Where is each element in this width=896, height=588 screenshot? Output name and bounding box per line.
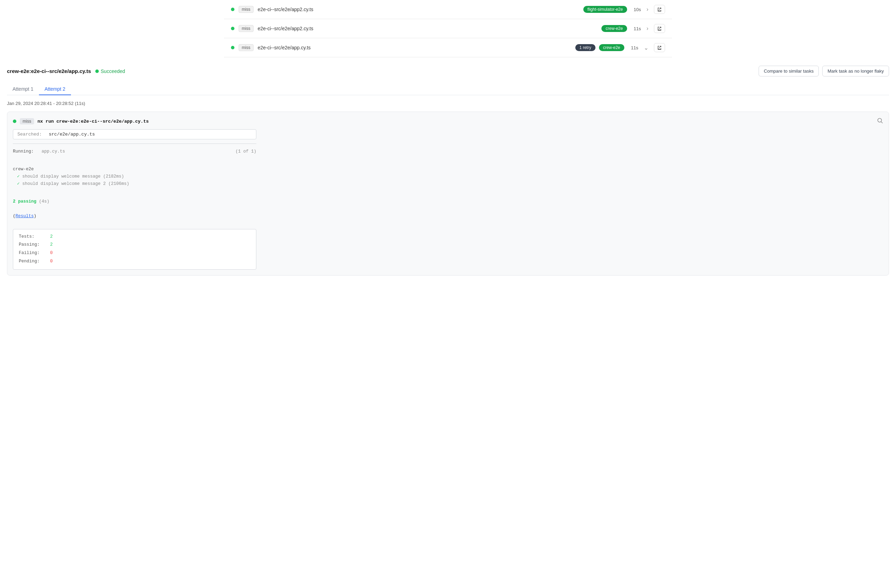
detail-title: crew-e2e:e2e-ci--src/e2e/app.cy.ts [7, 68, 91, 74]
log-header-left: miss nx run crew-e2e:e2e-ci--src/e2e/app… [13, 118, 149, 125]
timestamp: Jan 29, 2024 20:28:41 - 20:28:52 (11s) [7, 101, 889, 106]
search-label: Searched: [17, 132, 42, 137]
log-body: Running: app.cy.ts (1 of 1) crew-e2e ✓ s… [13, 148, 883, 270]
detail-title-group: crew-e2e:e2e-ci--src/e2e/app.cy.ts Succe… [7, 68, 125, 74]
results-link[interactable]: Results [16, 214, 34, 219]
log-check-line-1: ✓ should display welcome message (2182ms… [13, 173, 883, 180]
checkmark-1: ✓ [17, 174, 20, 179]
external-link-button[interactable] [654, 24, 665, 33]
log-check-line-2: ✓ should display welcome message 2 (2106… [13, 180, 883, 188]
log-count: (1 of 1) [235, 148, 256, 155]
search-bar: Searched: src/e2e/app.cy.ts [13, 129, 256, 139]
results-val-tests: 2 [50, 233, 53, 241]
log-results-wrapper: (Results) [13, 213, 883, 220]
duration: 11s [628, 45, 638, 50]
search-value: src/e2e/app.cy.ts [49, 132, 95, 137]
svg-point-0 [878, 119, 882, 122]
check-text-2: should display welcome message 2 (2106ms… [22, 181, 130, 186]
log-status-dot [13, 120, 16, 123]
results-label-failing: Failing: [19, 249, 50, 258]
tag-label: crew-e2e [601, 25, 627, 32]
miss-badge: miss [239, 44, 254, 51]
task-name: e2e-ci--src/e2e/app2.cy.ts [258, 7, 583, 12]
svg-line-1 [881, 122, 883, 123]
chevron-right-button[interactable]: › [645, 25, 651, 32]
task-row: miss e2e-ci--src/e2e/app2.cy.ts crew-e2e… [224, 19, 672, 38]
detail-panel: crew-e2e:e2e-ci--src/e2e/app.cy.ts Succe… [0, 57, 896, 276]
log-suite-name: crew-e2e [13, 166, 883, 173]
results-paren-open: ( [13, 214, 16, 219]
results-paren-close: ) [34, 214, 37, 219]
search-icon [877, 117, 883, 124]
duration: 11s [631, 26, 641, 31]
task-list: miss e2e-ci--src/e2e/app2.cy.ts flight-s… [224, 0, 672, 57]
succeeded-label: Succeeded [101, 68, 125, 74]
tag-label: flight-simulator-e2e [583, 6, 627, 13]
passing-text: 2 passing [13, 199, 37, 204]
tab-attempt-1[interactable]: Attempt 1 [7, 84, 39, 95]
log-search-button[interactable] [877, 117, 883, 125]
tab-attempt-2[interactable]: Attempt 2 [39, 84, 71, 95]
external-link-icon [657, 45, 662, 50]
chevron-right-button[interactable]: › [645, 6, 651, 13]
log-running-line: Running: app.cy.ts (1 of 1) [13, 148, 256, 155]
results-label-tests: Tests: [19, 233, 50, 241]
mark-no-longer-flaky-button[interactable]: Mark task as no longer flaky [822, 66, 889, 76]
check-text-1: should display welcome message (2182ms) [22, 174, 124, 179]
log-header: miss nx run crew-e2e:e2e-ci--src/e2e/app… [13, 117, 883, 125]
status-succeeded: Succeeded [95, 68, 125, 74]
log-container: miss nx run crew-e2e:e2e-ci--src/e2e/app… [7, 112, 889, 276]
miss-badge: miss [239, 6, 254, 13]
results-row-failing: Failing: 0 [19, 249, 250, 258]
succeeded-dot [95, 70, 99, 73]
compare-tasks-button[interactable]: Compare to similar tasks [759, 66, 819, 76]
log-command: nx run crew-e2e:e2e-ci--src/e2e/app.cy.t… [38, 119, 149, 124]
results-row-tests: Tests: 2 [19, 233, 250, 241]
status-dot [231, 8, 235, 11]
retry-tag: 1 retry [575, 44, 596, 51]
results-row-passing: Passing: 2 [19, 241, 250, 249]
external-link-button[interactable] [654, 5, 665, 14]
external-link-button[interactable] [654, 43, 665, 52]
log-miss-badge: miss [20, 118, 34, 125]
results-label-passing: Passing: [19, 241, 50, 249]
duration: 10s [631, 7, 641, 12]
checkmark-2: ✓ [17, 181, 20, 186]
passing-duration: (4s) [39, 199, 49, 204]
log-passing: 2 passing (4s) [13, 198, 883, 205]
tabs: Attempt 1 Attempt 2 [7, 84, 889, 95]
results-val-pending: 0 [50, 258, 53, 266]
task-row-right: 1 retry crew-e2e 11s ⌄ [575, 43, 665, 52]
results-row-pending: Pending: 0 [19, 258, 250, 266]
results-table: Tests: 2 Passing: 2 Failing: 0 Pending: … [13, 229, 256, 270]
task-name: e2e-ci--src/e2e/app.cy.ts [258, 45, 575, 50]
task-row-right: crew-e2e 11s › [601, 24, 665, 33]
external-link-icon [657, 26, 662, 31]
external-link-icon [657, 7, 662, 12]
miss-badge: miss [239, 25, 254, 32]
results-val-passing: 2 [50, 241, 53, 249]
status-dot [231, 46, 235, 49]
detail-header: crew-e2e:e2e-ci--src/e2e/app.cy.ts Succe… [7, 66, 889, 76]
tag-label: crew-e2e [599, 44, 624, 51]
log-running-file: app.cy.ts [42, 149, 66, 154]
task-row-right: flight-simulator-e2e 10s › [583, 5, 665, 14]
detail-actions: Compare to similar tasks Mark task as no… [759, 66, 889, 76]
task-row: miss e2e-ci--src/e2e/app.cy.ts 1 retry c… [224, 38, 672, 57]
chevron-down-button[interactable]: ⌄ [642, 44, 651, 52]
results-label-pending: Pending: [19, 258, 50, 266]
task-row: miss e2e-ci--src/e2e/app2.cy.ts flight-s… [224, 0, 672, 19]
log-running-label: Running: [13, 149, 34, 154]
status-dot [231, 27, 235, 30]
results-val-failing: 0 [50, 249, 53, 258]
task-name: e2e-ci--src/e2e/app2.cy.ts [258, 26, 602, 31]
